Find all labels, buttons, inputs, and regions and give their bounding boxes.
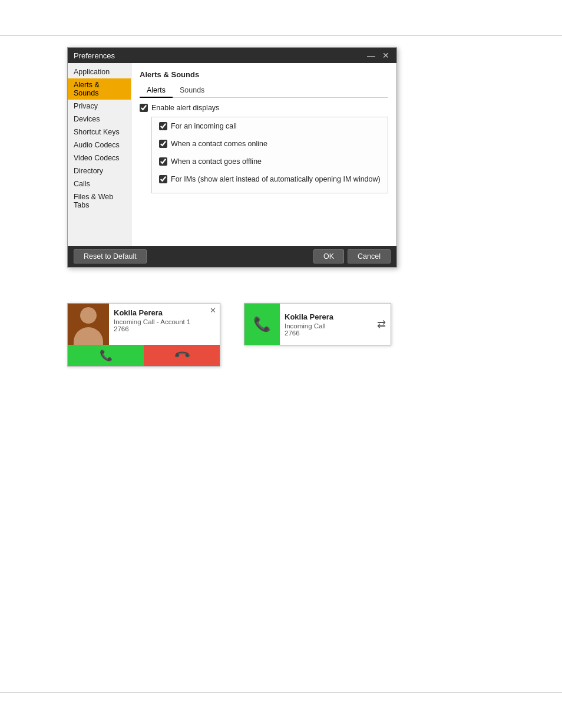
for-ims-label: For IMs (show alert instead of automatic… bbox=[171, 175, 381, 183]
accept-call-button[interactable]: 📞 bbox=[68, 345, 144, 366]
sidebar-item-privacy[interactable]: Privacy bbox=[68, 100, 131, 113]
notif-compact-number: 2766 bbox=[285, 330, 368, 337]
contact-offline-row: When a contact goes offline bbox=[159, 157, 381, 166]
dialog-footer: Reset to Default OK Cancel bbox=[68, 246, 396, 267]
sidebar-item-directory[interactable]: Directory bbox=[68, 164, 131, 177]
notif-full-number: 2766 bbox=[114, 325, 215, 332]
sidebar-item-files-web-tabs[interactable]: Files & Web Tabs bbox=[68, 190, 131, 212]
minimize-button[interactable]: — bbox=[366, 51, 376, 60]
close-button[interactable]: ✕ bbox=[381, 51, 391, 60]
sidebar-item-video-codecs[interactable]: Video Codecs bbox=[68, 151, 131, 164]
dialog-body: Application Alerts & Sounds Privacy Devi… bbox=[68, 63, 396, 246]
tab-bar: Alerts Sounds bbox=[140, 84, 388, 98]
incoming-call-label: For an incoming call bbox=[171, 122, 237, 130]
notif-compact-name: Kokila Perera bbox=[285, 312, 368, 321]
bottom-divider bbox=[0, 692, 562, 693]
notif-full-buttons: 📞 📞 bbox=[68, 345, 220, 366]
decline-call-icon: 📞 bbox=[173, 346, 191, 364]
notification-compact: 📞 Kokila Perera Incoming Call 2766 ⇄ bbox=[244, 303, 391, 345]
dialog-main: Alerts & Sounds Alerts Sounds Enable ale… bbox=[131, 63, 396, 246]
sub-options-box: For an incoming call When a contact come… bbox=[151, 117, 388, 193]
dialog-title: Preferences bbox=[74, 51, 115, 60]
notif-full-name: Kokila Perera bbox=[114, 308, 215, 317]
avatar-body bbox=[74, 327, 103, 345]
notif-compact-type: Incoming Call bbox=[285, 322, 368, 330]
notifications-row: ✕ Kokila Perera Incoming Call - Account … bbox=[67, 303, 495, 367]
accept-call-icon: 📞 bbox=[100, 349, 113, 362]
enable-alert-row: Enable alert displays bbox=[140, 104, 388, 112]
notif-compact-info: Kokila Perera Incoming Call 2766 bbox=[280, 308, 372, 341]
notif-full-close[interactable]: ✕ bbox=[210, 306, 216, 315]
contact-offline-label: When a contact goes offline bbox=[171, 157, 262, 166]
dialog-titlebar: Preferences — ✕ bbox=[68, 48, 396, 63]
sidebar-item-audio-codecs[interactable]: Audio Codecs bbox=[68, 139, 131, 151]
tab-sounds[interactable]: Sounds bbox=[173, 84, 211, 98]
notif-full-type: Incoming Call - Account 1 bbox=[114, 318, 215, 325]
notif-compact-phone-icon: 📞 bbox=[244, 304, 280, 345]
cancel-button[interactable]: Cancel bbox=[348, 249, 391, 263]
titlebar-controls: — ✕ bbox=[366, 51, 391, 60]
contact-online-checkbox[interactable] bbox=[159, 140, 167, 148]
dialog-sidebar: Application Alerts & Sounds Privacy Devi… bbox=[68, 63, 131, 246]
avatar-head bbox=[80, 307, 97, 324]
sidebar-item-alerts-sounds[interactable]: Alerts & Sounds bbox=[68, 78, 131, 100]
contact-online-row: When a contact comes online bbox=[159, 140, 381, 148]
sidebar-item-devices[interactable]: Devices bbox=[68, 113, 131, 126]
notification-full: ✕ Kokila Perera Incoming Call - Account … bbox=[67, 303, 220, 367]
tab-alerts[interactable]: Alerts bbox=[140, 84, 173, 98]
notif-compact-action-button[interactable]: ⇄ bbox=[372, 318, 391, 331]
notif-full-avatar bbox=[68, 304, 109, 345]
avatar-person bbox=[71, 304, 106, 345]
contact-online-label: When a contact comes online bbox=[171, 140, 267, 148]
reset-to-default-button[interactable]: Reset to Default bbox=[74, 249, 147, 263]
incoming-call-checkbox[interactable] bbox=[159, 122, 167, 130]
ok-button[interactable]: OK bbox=[313, 249, 344, 263]
notif-full-header: ✕ Kokila Perera Incoming Call - Account … bbox=[68, 304, 220, 345]
sidebar-item-calls[interactable]: Calls bbox=[68, 177, 131, 190]
contact-offline-checkbox[interactable] bbox=[159, 157, 167, 166]
panel-title: Alerts & Sounds bbox=[140, 70, 388, 79]
decline-call-button[interactable]: 📞 bbox=[144, 345, 220, 366]
for-ims-checkbox[interactable] bbox=[159, 175, 167, 183]
for-ims-row: For IMs (show alert instead of automatic… bbox=[159, 175, 381, 183]
phone-icon: 📞 bbox=[253, 316, 271, 332]
preferences-dialog: Preferences — ✕ Application Alerts & Sou… bbox=[67, 47, 397, 268]
footer-right: OK Cancel bbox=[313, 249, 391, 263]
sidebar-item-shortcut-keys[interactable]: Shortcut Keys bbox=[68, 126, 131, 139]
incoming-call-row: For an incoming call bbox=[159, 122, 381, 130]
notif-full-info: ✕ Kokila Perera Incoming Call - Account … bbox=[109, 304, 220, 345]
transfer-icon: ⇄ bbox=[377, 318, 386, 330]
enable-alert-label: Enable alert displays bbox=[151, 104, 219, 112]
sidebar-item-application[interactable]: Application bbox=[68, 65, 131, 78]
top-divider bbox=[0, 35, 562, 36]
enable-alert-checkbox[interactable] bbox=[140, 104, 148, 112]
